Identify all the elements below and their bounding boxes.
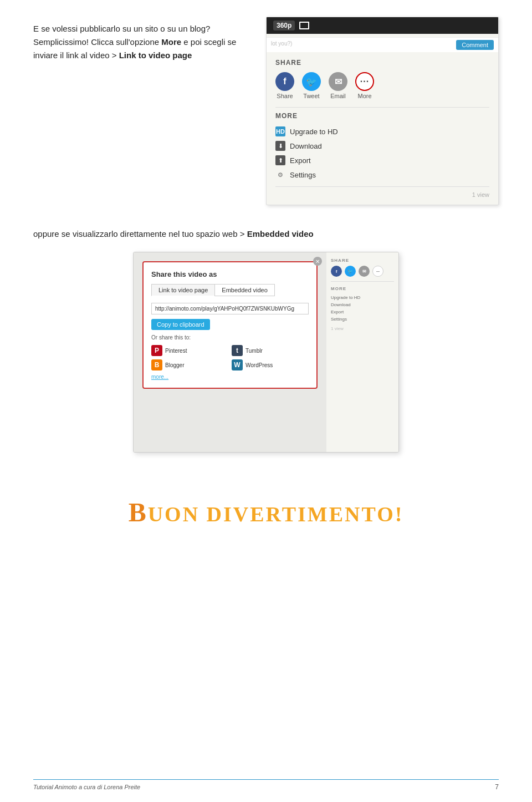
comment-area: lot you?) Comment <box>267 37 498 52</box>
share-panel: SHARE f Share 🐦 Tweet ✉ Email <box>267 52 498 205</box>
comment-placeholder: lot you?) <box>271 40 292 47</box>
close-icon[interactable]: ✕ <box>313 257 322 266</box>
facebook-label: Share <box>277 93 293 99</box>
footer-text-section: BUON DIVERTIMENTO! <box>33 497 499 527</box>
share-buttons: f Share 🐦 Tweet ✉ Email ··· More <box>275 72 489 99</box>
embedded-inner: ✕ Share this video as Link to video page… <box>134 252 398 452</box>
link-to-video-bold: Link to video page <box>119 50 192 60</box>
screenshot-panel: 360p lot you?) Comment SHARE f Share 🐦 <box>266 17 499 205</box>
embedded-right: SHARE f 🐦 ✉ ··· MORE Upgrade to HD Downl… <box>326 252 398 452</box>
pinterest-label: Pinterest <box>165 348 187 354</box>
share-section-title: SHARE <box>275 59 489 67</box>
mini-share-btns: f 🐦 ✉ ··· <box>331 266 394 277</box>
middle-section: oppure se visualizzarlo direttamente nel… <box>33 227 499 241</box>
wordpress-icon: W <box>232 359 243 370</box>
b-letter: B <box>129 498 148 527</box>
more-section-title: MORE <box>275 112 489 120</box>
page-footer: Tutorial Animoto a cura di Lorena Preite… <box>33 779 499 791</box>
share-video-title: Share this video as <box>151 270 309 278</box>
wordpress-label: WordPress <box>245 362 273 368</box>
twitter-label: Tweet <box>303 93 319 99</box>
fullscreen-icon <box>299 22 309 29</box>
facebook-icon: f <box>275 72 294 91</box>
settings-label: Settings <box>290 171 316 179</box>
top-text: E se volessi pubblicarlo su un sito o su… <box>33 17 249 62</box>
more-share-btn[interactable]: ··· More <box>355 72 374 99</box>
download-item[interactable]: ⬇ Download <box>275 139 489 153</box>
closing-text: UON DIVERTIMENTO! <box>148 502 404 526</box>
mini-facebook-btn[interactable]: f <box>331 266 342 277</box>
settings-gear-icon: ⚙ <box>275 170 285 180</box>
tumblr-label: Tumblr <box>245 348 263 354</box>
twitter-share-btn[interactable]: 🐦 Tweet <box>302 72 321 99</box>
email-icon: ✉ <box>329 72 347 91</box>
copy-to-clipboard-button[interactable]: Copy to clipboard <box>151 319 210 330</box>
intro-text: E se volessi pubblicarlo su un sito o su… <box>33 24 236 60</box>
blogger-item[interactable]: B Blogger <box>151 359 228 370</box>
twitter-icon: 🐦 <box>302 72 321 91</box>
more-link[interactable]: more... <box>151 374 309 380</box>
buon-divertimento-text: BUON DIVERTIMENTO! <box>33 497 499 527</box>
export-icon: ⬆ <box>275 155 285 165</box>
embedded-left: ✕ Share this video as Link to video page… <box>134 252 326 452</box>
mini-more-list: Upgrade to HD Download Export Settings <box>331 294 394 323</box>
comment-button[interactable]: Comment <box>456 40 494 50</box>
mini-export-item: Export <box>331 308 394 316</box>
wordpress-item[interactable]: W WordPress <box>232 359 309 370</box>
tumblr-item[interactable]: t Tumblr <box>232 345 309 356</box>
mini-views: 1 view <box>331 326 394 331</box>
embedded-video-tab[interactable]: Embedded video <box>214 284 275 296</box>
mini-divider <box>331 281 394 282</box>
more-label: More <box>357 93 371 99</box>
download-label: Download <box>290 142 322 150</box>
middle-text: oppure se visualizzarlo direttamente nel… <box>33 229 314 238</box>
mini-upgrade-item: Upgrade to HD <box>331 294 394 301</box>
video-bar: 360p <box>267 17 498 34</box>
top-section: E se volessi pubblicarlo su un sito o su… <box>33 17 499 205</box>
mini-twitter-btn[interactable]: 🐦 <box>345 266 356 277</box>
url-input-row <box>151 303 309 314</box>
export-item[interactable]: ⬆ Export <box>275 153 489 167</box>
email-share-btn[interactable]: ✉ Email <box>329 72 347 99</box>
more-bold: More <box>161 37 181 47</box>
footer-label: Tutorial Animoto a cura di Lorena Preite <box>33 784 140 790</box>
blogger-label: Blogger <box>165 362 184 368</box>
facebook-share-btn[interactable]: f Share <box>275 72 294 99</box>
pinterest-item[interactable]: P Pinterest <box>151 345 228 356</box>
pinterest-icon: P <box>151 345 162 356</box>
mini-share: SHARE f 🐦 ✉ ··· MORE Upgrade to HD Downl… <box>331 258 394 331</box>
embedded-bold: Embedded video <box>247 229 314 238</box>
upgrade-hd-label: Upgrade to HD <box>290 128 338 136</box>
mini-more-title: MORE <box>331 286 394 291</box>
mini-share-title: SHARE <box>331 258 394 263</box>
or-share-text: Or share this to: <box>151 334 309 341</box>
share-video-box: Share this video as Link to video page E… <box>142 261 318 389</box>
upgrade-hd-item[interactable]: HD Upgrade to HD <box>275 124 489 139</box>
settings-item[interactable]: ⚙ Settings <box>275 167 489 182</box>
page-number: 7 <box>495 783 499 791</box>
tumblr-icon: t <box>232 345 243 356</box>
hd-icon: HD <box>275 126 285 136</box>
link-to-video-tab[interactable]: Link to video page <box>151 284 214 296</box>
social-grid: P Pinterest t Tumblr B Blogger W <box>151 345 309 370</box>
export-label: Export <box>290 156 311 165</box>
views-text: 1 view <box>275 186 489 198</box>
url-input[interactable] <box>151 303 309 314</box>
share-tabs: Link to video page Embedded video <box>151 284 309 296</box>
mini-more-btn[interactable]: ··· <box>372 266 383 277</box>
more-items-list: HD Upgrade to HD ⬇ Download ⬆ Export ⚙ S… <box>275 124 489 182</box>
quality-badge: 360p <box>273 21 295 31</box>
mini-settings-item: Settings <box>331 316 394 323</box>
email-label: Email <box>330 93 346 99</box>
embedded-screenshot: ✕ Share this video as Link to video page… <box>133 252 399 453</box>
mini-email-btn[interactable]: ✉ <box>359 266 370 277</box>
mini-download-item: Download <box>331 301 394 308</box>
more-icon: ··· <box>355 72 374 91</box>
blogger-icon: B <box>151 359 162 370</box>
divider <box>275 107 489 108</box>
download-icon: ⬇ <box>275 141 285 151</box>
